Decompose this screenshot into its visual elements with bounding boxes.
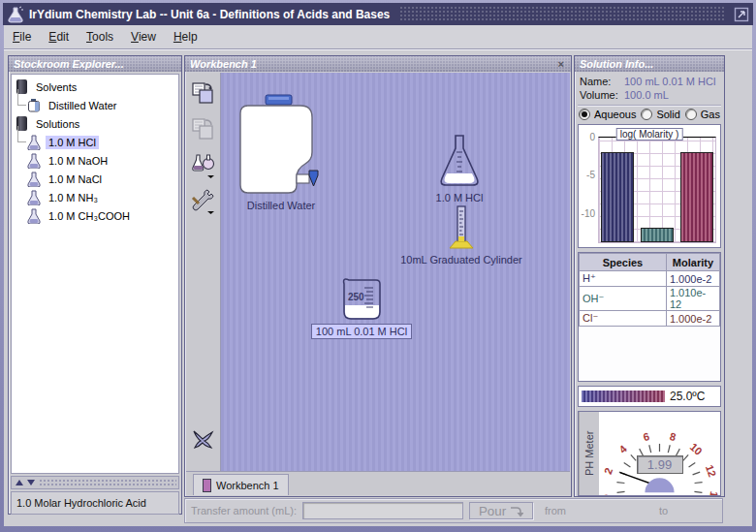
species-row-2[interactable]: Cl⁻ 1.000e-2 (580, 311, 720, 327)
glassware-menu-button[interactable] (190, 152, 216, 178)
species-row-0[interactable]: H⁺ 1.000e-2 (580, 271, 720, 287)
menu-file[interactable]: File (4, 27, 40, 47)
window-titlebar[interactable]: IrYdium Chemistry Lab -- Unit 6a - Defin… (3, 3, 753, 25)
volume-value: 100.0 mL (624, 89, 669, 101)
flask-icon (27, 153, 41, 169)
species-row-1[interactable]: OH⁻ 1.010e-12 (580, 287, 720, 311)
svg-text:0: 0 (599, 493, 612, 495)
svg-text:14: 14 (707, 490, 720, 495)
thermometer-gradient-bar (582, 391, 665, 402)
workbench-header[interactable]: Workbench 1 × (185, 56, 571, 72)
app-flask-icon (6, 6, 25, 23)
tree-item-solutions[interactable]: Solutions (12, 114, 178, 133)
water-jug-icon (27, 98, 41, 112)
molarity-chart: log( Molarity ) 0-5-10 (578, 124, 721, 248)
species-cell: H⁺ (580, 271, 667, 287)
beaker-mark-text: 250 (348, 292, 364, 302)
radio-gas[interactable]: Gas (685, 109, 720, 120)
transfer-from-label: from (545, 505, 566, 516)
radio-aqueous[interactable]: Aqueous (579, 109, 636, 120)
maximize-icon[interactable] (734, 7, 749, 22)
tree-item-ch3cooh[interactable]: 1.0 M CH₃COOH (25, 206, 178, 225)
scroll-down-icon[interactable] (27, 480, 35, 485)
tree-label: 1.0 M NaCl (46, 172, 105, 186)
molarity-cell: 1.000e-2 (666, 271, 719, 287)
flask-icon (27, 208, 41, 224)
stockroom-header[interactable]: Stockroom Explorer... (9, 56, 181, 72)
svg-text:12: 12 (704, 463, 718, 479)
workbench-canvas[interactable]: Distilled Water 1.0 M HCl (220, 73, 570, 472)
species-col-header: Species (580, 254, 667, 271)
tree-item-naoh[interactable]: 1.0 M NaOH (25, 151, 178, 170)
paste-workbench-button-disabled[interactable] (190, 116, 216, 142)
menu-edit[interactable]: Edit (40, 27, 78, 47)
species-table-box: Species Molarity H⁺ 1.000e-2 OH⁻ 1.010e-… (578, 252, 721, 382)
radio-dot-icon (641, 109, 652, 120)
ph-meter-label: PH Meter (579, 412, 599, 495)
ph-value-display: 1.99 (637, 455, 683, 474)
carboy-graphic (236, 92, 326, 197)
radio-solid[interactable]: Solid (641, 109, 679, 120)
menu-help[interactable]: Help (165, 27, 206, 47)
copy-workbench-button[interactable] (190, 80, 216, 107)
horizontal-scrollbar[interactable] (11, 476, 179, 489)
species-cell: Cl⁻ (580, 311, 667, 327)
svg-text:10: 10 (688, 441, 705, 457)
tree-item-distilled-water[interactable]: Distilled Water (25, 96, 178, 114)
titlebar-texture[interactable] (399, 6, 726, 22)
workbench-tab-bar: Workbench 1 (186, 471, 570, 495)
tree-item-nh3[interactable]: 1.0 M NH₃ (25, 188, 178, 206)
scrollbar-track[interactable] (39, 479, 176, 486)
cylinder-item[interactable]: 10mL Graduated Cylinder (394, 204, 529, 266)
tree-label: Solvents (33, 80, 79, 94)
tree-item-solvents[interactable]: Solvents (12, 78, 178, 96)
solution-identity: Name: 100 mL 0.01 M HCl Volume: 100.0 mL (578, 75, 721, 106)
pour-button[interactable]: Pour (469, 502, 533, 519)
window-title: IrYdium Chemistry Lab -- Unit 6a - Defin… (29, 8, 390, 21)
scroll-up-icon[interactable] (16, 480, 23, 485)
menu-view[interactable]: View (122, 27, 165, 47)
beaker-item[interactable]: 250 100 mL 0.01 M HCl (301, 276, 422, 339)
solution-info-panel: Solution Info... Name: 100 mL 0.01 M HCl… (574, 55, 725, 497)
tree-label: Distilled Water (46, 99, 120, 112)
tree-label: 1.0 M NaOH (46, 154, 110, 168)
flask-graphic (434, 133, 485, 189)
stockroom-panel: Stockroom Explorer... Solvents (8, 55, 182, 515)
transfer-amount-input[interactable] (302, 502, 463, 519)
menu-bar: File Edit Tools View Help (4, 25, 752, 49)
solution-info-title: Solution Info... (580, 56, 719, 72)
cylinder-label: 10mL Graduated Cylinder (394, 254, 529, 266)
chart-bar-1 (641, 228, 674, 242)
radio-dot-icon (685, 109, 697, 120)
molarity-col-header: Molarity (666, 254, 719, 271)
name-value: 100 mL 0.01 M HCl (624, 76, 715, 87)
cylinder-graphic (447, 204, 476, 251)
tree-item-hcl[interactable]: 1.0 M HCl (25, 133, 178, 151)
radio-label: Solid (656, 109, 679, 120)
volume-label: Volume: (580, 89, 624, 101)
flask-item[interactable]: 1.0 M HCl (403, 133, 516, 203)
species-cell: OH⁻ (580, 287, 667, 311)
ph-meter: PH Meter 02468101214 1.99 (578, 411, 721, 496)
stockroom-status: 1.0 Molar Hydrochloric Acid (11, 491, 179, 515)
chart-bar-0 (601, 152, 634, 242)
solution-info-header[interactable]: Solution Info... (575, 56, 724, 72)
chart-ytick: -10 (582, 207, 595, 218)
name-label: Name: (580, 76, 624, 87)
tab-workbench-1[interactable]: Workbench 1 (193, 474, 289, 495)
flask-icon (27, 172, 41, 187)
svg-text:4: 4 (616, 442, 629, 455)
scissors-icon[interactable] (190, 426, 216, 453)
pour-button-label: Pour (479, 504, 506, 518)
ph-gauge-svg: 02468101214 (599, 412, 720, 495)
flask-icon (27, 190, 41, 205)
menu-tools[interactable]: Tools (78, 27, 122, 47)
chart-plot (598, 137, 716, 243)
phase-selector: Aqueous Solid Gas (578, 109, 721, 120)
chart-ytick: 0 (589, 132, 595, 142)
close-icon[interactable]: × (556, 56, 566, 72)
tree-item-nacl[interactable]: 1.0 M NaCl (25, 170, 178, 188)
carboy-item[interactable]: Distilled Water (233, 92, 330, 211)
tools-menu-button[interactable] (190, 188, 216, 214)
beaker-graphic: 250 (337, 276, 386, 321)
